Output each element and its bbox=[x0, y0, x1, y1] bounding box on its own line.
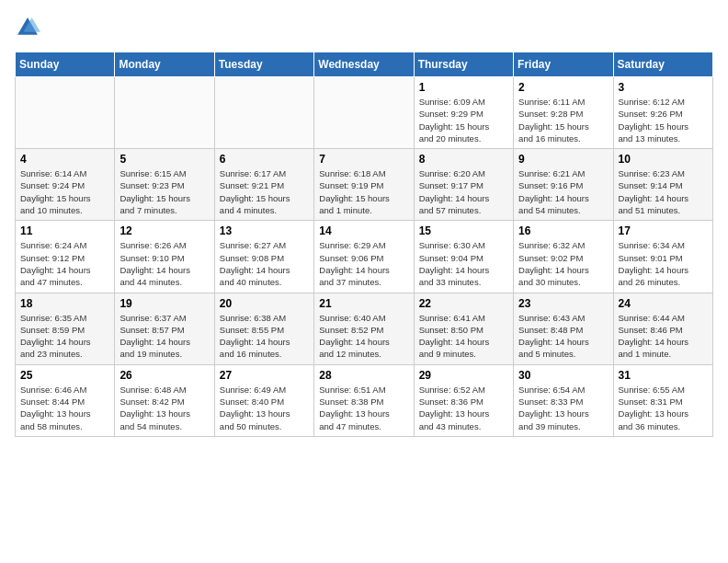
day-number: 23 bbox=[518, 297, 608, 310]
day-number: 15 bbox=[419, 224, 508, 237]
day-number: 3 bbox=[619, 81, 708, 94]
calendar-cell: 29Sunrise: 6:52 AM Sunset: 8:36 PM Dayli… bbox=[414, 364, 513, 436]
calendar-cell: 15Sunrise: 6:30 AM Sunset: 9:04 PM Dayli… bbox=[414, 221, 513, 293]
day-header-sunday: Sunday bbox=[16, 52, 115, 77]
calendar-header-row: SundayMondayTuesdayWednesdayThursdayFrid… bbox=[16, 52, 713, 77]
day-number: 22 bbox=[419, 297, 508, 310]
day-number: 27 bbox=[220, 369, 309, 382]
calendar-cell bbox=[314, 77, 414, 149]
day-number: 30 bbox=[518, 369, 608, 382]
calendar-cell bbox=[16, 77, 115, 149]
day-number: 17 bbox=[619, 224, 708, 237]
calendar-cell: 5Sunrise: 6:15 AM Sunset: 9:23 PM Daylig… bbox=[115, 149, 214, 221]
day-number: 28 bbox=[319, 369, 408, 382]
calendar-week-1: 1Sunrise: 6:09 AM Sunset: 9:29 PM Daylig… bbox=[16, 77, 713, 149]
calendar-cell: 16Sunrise: 6:32 AM Sunset: 9:02 PM Dayli… bbox=[514, 221, 613, 293]
calendar-cell: 13Sunrise: 6:27 AM Sunset: 9:08 PM Dayli… bbox=[214, 221, 313, 293]
calendar-cell: 19Sunrise: 6:37 AM Sunset: 8:57 PM Dayli… bbox=[115, 293, 214, 364]
day-number: 18 bbox=[20, 297, 109, 310]
day-number: 31 bbox=[619, 369, 708, 382]
day-info: Sunrise: 6:12 AM Sunset: 9:26 PM Dayligh… bbox=[619, 96, 708, 144]
day-info: Sunrise: 6:46 AM Sunset: 8:44 PM Dayligh… bbox=[20, 384, 109, 432]
calendar-cell: 26Sunrise: 6:48 AM Sunset: 8:42 PM Dayli… bbox=[115, 364, 214, 436]
calendar-cell: 12Sunrise: 6:26 AM Sunset: 9:10 PM Dayli… bbox=[115, 221, 214, 293]
day-info: Sunrise: 6:20 AM Sunset: 9:17 PM Dayligh… bbox=[419, 167, 508, 216]
calendar-cell: 14Sunrise: 6:29 AM Sunset: 9:06 PM Dayli… bbox=[314, 221, 414, 293]
calendar-week-3: 11Sunrise: 6:24 AM Sunset: 9:12 PM Dayli… bbox=[16, 221, 713, 293]
logo-icon bbox=[15, 15, 40, 40]
calendar-cell: 27Sunrise: 6:49 AM Sunset: 8:40 PM Dayli… bbox=[214, 364, 313, 436]
day-info: Sunrise: 6:49 AM Sunset: 8:40 PM Dayligh… bbox=[220, 384, 309, 432]
calendar-cell: 3Sunrise: 6:12 AM Sunset: 9:26 PM Daylig… bbox=[613, 77, 712, 149]
day-info: Sunrise: 6:40 AM Sunset: 8:52 PM Dayligh… bbox=[319, 312, 408, 361]
calendar-table: SundayMondayTuesdayWednesdayThursdayFrid… bbox=[15, 52, 713, 437]
day-header-thursday: Thursday bbox=[414, 52, 513, 77]
day-number: 16 bbox=[518, 224, 608, 237]
day-number: 11 bbox=[20, 224, 109, 237]
day-info: Sunrise: 6:48 AM Sunset: 8:42 PM Dayligh… bbox=[119, 384, 209, 432]
day-info: Sunrise: 6:44 AM Sunset: 8:46 PM Dayligh… bbox=[619, 312, 708, 361]
calendar-cell: 9Sunrise: 6:21 AM Sunset: 9:16 PM Daylig… bbox=[514, 149, 613, 221]
calendar-cell: 4Sunrise: 6:14 AM Sunset: 9:24 PM Daylig… bbox=[16, 149, 115, 221]
calendar-cell: 17Sunrise: 6:34 AM Sunset: 9:01 PM Dayli… bbox=[613, 221, 712, 293]
day-number: 29 bbox=[419, 369, 508, 382]
day-info: Sunrise: 6:34 AM Sunset: 9:01 PM Dayligh… bbox=[619, 239, 708, 288]
day-info: Sunrise: 6:21 AM Sunset: 9:16 PM Dayligh… bbox=[518, 167, 608, 216]
calendar-week-5: 25Sunrise: 6:46 AM Sunset: 8:44 PM Dayli… bbox=[16, 364, 713, 436]
day-info: Sunrise: 6:52 AM Sunset: 8:36 PM Dayligh… bbox=[419, 384, 508, 432]
day-number: 25 bbox=[20, 369, 109, 382]
day-number: 8 bbox=[419, 153, 508, 166]
day-info: Sunrise: 6:55 AM Sunset: 8:31 PM Dayligh… bbox=[619, 384, 708, 432]
day-info: Sunrise: 6:27 AM Sunset: 9:08 PM Dayligh… bbox=[220, 239, 309, 288]
day-header-monday: Monday bbox=[115, 52, 214, 77]
day-number: 7 bbox=[319, 153, 408, 166]
day-number: 2 bbox=[518, 81, 608, 94]
day-number: 9 bbox=[518, 153, 608, 166]
calendar-cell: 11Sunrise: 6:24 AM Sunset: 9:12 PM Dayli… bbox=[16, 221, 115, 293]
day-number: 24 bbox=[619, 297, 708, 310]
day-number: 19 bbox=[119, 297, 209, 310]
calendar-cell: 2Sunrise: 6:11 AM Sunset: 9:28 PM Daylig… bbox=[514, 77, 613, 149]
calendar-cell: 30Sunrise: 6:54 AM Sunset: 8:33 PM Dayli… bbox=[514, 364, 613, 436]
day-info: Sunrise: 6:15 AM Sunset: 9:23 PM Dayligh… bbox=[119, 167, 209, 216]
calendar-cell: 28Sunrise: 6:51 AM Sunset: 8:38 PM Dayli… bbox=[314, 364, 414, 436]
day-info: Sunrise: 6:18 AM Sunset: 9:19 PM Dayligh… bbox=[319, 167, 408, 216]
calendar-cell: 6Sunrise: 6:17 AM Sunset: 9:21 PM Daylig… bbox=[214, 149, 313, 221]
calendar-cell: 18Sunrise: 6:35 AM Sunset: 8:59 PM Dayli… bbox=[16, 293, 115, 364]
day-number: 12 bbox=[119, 224, 209, 237]
day-number: 13 bbox=[220, 224, 309, 237]
day-info: Sunrise: 6:17 AM Sunset: 9:21 PM Dayligh… bbox=[220, 167, 309, 216]
day-info: Sunrise: 6:38 AM Sunset: 8:55 PM Dayligh… bbox=[220, 312, 309, 361]
day-number: 14 bbox=[319, 224, 408, 237]
day-info: Sunrise: 6:51 AM Sunset: 8:38 PM Dayligh… bbox=[319, 384, 408, 432]
day-number: 4 bbox=[20, 153, 109, 166]
day-info: Sunrise: 6:35 AM Sunset: 8:59 PM Dayligh… bbox=[20, 312, 109, 361]
calendar-week-4: 18Sunrise: 6:35 AM Sunset: 8:59 PM Dayli… bbox=[16, 293, 713, 364]
day-info: Sunrise: 6:37 AM Sunset: 8:57 PM Dayligh… bbox=[119, 312, 209, 361]
calendar-cell: 10Sunrise: 6:23 AM Sunset: 9:14 PM Dayli… bbox=[613, 149, 712, 221]
day-info: Sunrise: 6:24 AM Sunset: 9:12 PM Dayligh… bbox=[20, 239, 109, 288]
day-number: 1 bbox=[419, 81, 508, 94]
day-info: Sunrise: 6:54 AM Sunset: 8:33 PM Dayligh… bbox=[518, 384, 608, 432]
calendar-cell: 8Sunrise: 6:20 AM Sunset: 9:17 PM Daylig… bbox=[414, 149, 513, 221]
calendar-week-2: 4Sunrise: 6:14 AM Sunset: 9:24 PM Daylig… bbox=[16, 149, 713, 221]
day-number: 10 bbox=[619, 153, 708, 166]
day-number: 5 bbox=[119, 153, 209, 166]
day-number: 6 bbox=[220, 153, 309, 166]
day-header-tuesday: Tuesday bbox=[214, 52, 313, 77]
day-info: Sunrise: 6:11 AM Sunset: 9:28 PM Dayligh… bbox=[518, 96, 608, 144]
calendar-cell: 1Sunrise: 6:09 AM Sunset: 9:29 PM Daylig… bbox=[414, 77, 513, 149]
day-info: Sunrise: 6:30 AM Sunset: 9:04 PM Dayligh… bbox=[419, 239, 508, 288]
calendar-cell: 20Sunrise: 6:38 AM Sunset: 8:55 PM Dayli… bbox=[214, 293, 313, 364]
calendar-cell: 24Sunrise: 6:44 AM Sunset: 8:46 PM Dayli… bbox=[613, 293, 712, 364]
day-info: Sunrise: 6:29 AM Sunset: 9:06 PM Dayligh… bbox=[319, 239, 408, 288]
logo bbox=[15, 15, 44, 40]
day-header-friday: Friday bbox=[514, 52, 613, 77]
day-info: Sunrise: 6:14 AM Sunset: 9:24 PM Dayligh… bbox=[20, 167, 109, 216]
calendar-cell: 31Sunrise: 6:55 AM Sunset: 8:31 PM Dayli… bbox=[613, 364, 712, 436]
calendar-cell: 7Sunrise: 6:18 AM Sunset: 9:19 PM Daylig… bbox=[314, 149, 414, 221]
day-number: 21 bbox=[319, 297, 408, 310]
day-info: Sunrise: 6:23 AM Sunset: 9:14 PM Dayligh… bbox=[619, 167, 708, 216]
day-info: Sunrise: 6:26 AM Sunset: 9:10 PM Dayligh… bbox=[119, 239, 209, 288]
calendar-cell bbox=[214, 77, 313, 149]
